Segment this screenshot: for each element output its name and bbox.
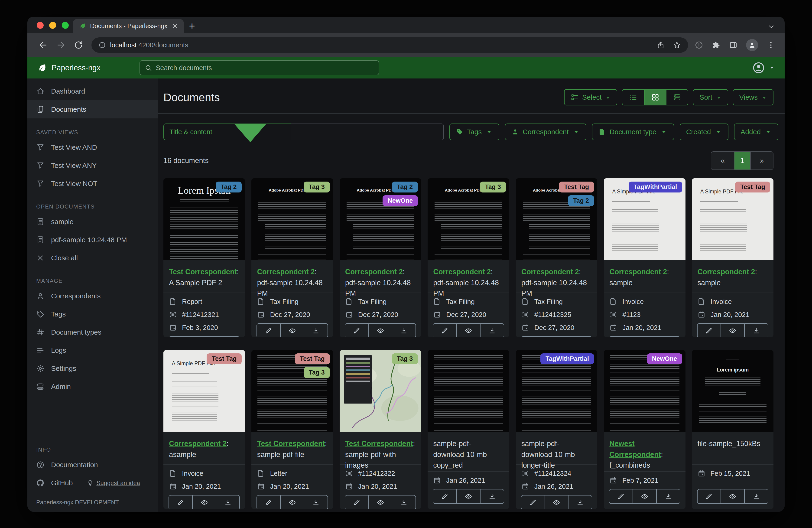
side-panel-icon[interactable] [729, 41, 738, 49]
zoom-window-button[interactable] [62, 22, 69, 29]
sidebar-item-admin[interactable]: Admin [27, 377, 158, 396]
edit-document-button[interactable] [169, 337, 192, 337]
view-document-button[interactable] [192, 496, 216, 509]
tag-badge-newone[interactable]: NewOne [647, 353, 682, 364]
site-info-icon[interactable] [98, 41, 106, 49]
view-document-button[interactable] [721, 489, 744, 503]
view-list-button[interactable] [622, 90, 644, 105]
tag-badge-tag-3[interactable]: Tag 3 [304, 182, 330, 192]
edit-document-button[interactable] [257, 324, 280, 337]
view-document-button[interactable] [633, 489, 656, 503]
address-bar[interactable]: localhost:4200/documents [91, 38, 688, 53]
tag-badge-test-tag[interactable]: Test Tag [559, 182, 594, 192]
view-document-button[interactable] [368, 324, 392, 337]
bookmark-star-icon[interactable] [673, 41, 681, 49]
tag-badge-tagwithpartial[interactable]: TagWithPartial [628, 182, 682, 192]
download-document-button[interactable] [480, 489, 504, 503]
correspondent-link[interactable]: Test Correspondent [345, 440, 413, 448]
correspondent-link[interactable]: Correspondent 2 [257, 268, 315, 276]
filter-created-button[interactable]: Created [680, 124, 729, 140]
filter-tags-button[interactable]: Tags [449, 124, 499, 140]
minimize-window-button[interactable] [49, 22, 56, 29]
document-card[interactable]: sample-pdf-download-10-mb copy_redJan 26… [427, 350, 509, 509]
tag-badge-tag-2[interactable]: Tag 2 [392, 182, 418, 192]
back-icon[interactable] [38, 40, 48, 50]
sidebar-item-documents[interactable]: Documents [27, 100, 158, 118]
correspondent-link[interactable]: Correspondent 2 [609, 268, 667, 276]
sidebar-item-close-all[interactable]: Close all [27, 249, 158, 267]
sidebar-item-github[interactable]: GitHubSuggest an idea [27, 474, 158, 492]
document-card[interactable]: Adobe Acrobat PDF FilesTag 3Corresponden… [251, 178, 333, 337]
extension-badge-icon[interactable] [695, 41, 704, 49]
sort-button[interactable]: Sort [693, 89, 728, 105]
document-card[interactable]: Test TagTag 3Test Correspondent: sample-… [251, 350, 333, 509]
correspondent-link[interactable]: Correspondent 2 [345, 268, 403, 276]
sidebar-item-sample[interactable]: sample [27, 213, 158, 231]
tag-badge-newone[interactable]: NewOne [382, 195, 418, 206]
document-card[interactable]: Lorem ipsumfile-sample_150kBsFeb 15, 202… [692, 350, 773, 509]
edit-document-button[interactable] [433, 489, 456, 503]
filter-text-input[interactable] [291, 124, 444, 140]
correspondent-link[interactable]: Test Correspondent [257, 440, 325, 448]
document-card[interactable]: Adobe Acrobat PDF FilesTest TagTag 2Corr… [516, 178, 597, 337]
edit-document-button[interactable] [609, 337, 633, 337]
view-document-button[interactable] [721, 324, 744, 337]
filter-document-type-button[interactable]: Document type [592, 124, 674, 140]
document-card[interactable]: A Simple PDF FileTagWithPartialCorrespon… [604, 178, 685, 337]
correspondent-link[interactable]: Test Correspondent [169, 268, 237, 276]
view-document-button[interactable] [368, 496, 392, 509]
document-card[interactable]: NewOneNewest Correspondent: f_combinedsF… [604, 350, 685, 509]
extensions-puzzle-icon[interactable] [712, 41, 721, 49]
download-document-button[interactable] [304, 496, 328, 509]
download-document-button[interactable] [744, 324, 768, 337]
tag-badge-tag-3[interactable]: Tag 3 [304, 367, 330, 378]
document-card[interactable]: A Simple PDF FileTest TagCorrespondent 2… [692, 178, 773, 337]
download-document-button[interactable] [216, 496, 240, 509]
download-document-button[interactable] [656, 337, 680, 337]
tag-badge-test-tag[interactable]: Test Tag [295, 353, 330, 364]
suggest-an-idea-link[interactable]: Suggest an idea [87, 480, 140, 487]
document-card[interactable]: Adobe Acrobat PDF FilesTag 3Corresponden… [427, 178, 509, 337]
document-card[interactable]: TagWithPartialsample-pdf-download-10-mb-… [516, 350, 597, 509]
pagination-next-button[interactable]: » [750, 152, 773, 170]
title-content-dropdown[interactable]: Title & content [163, 124, 291, 140]
sidebar-item-pdf-sample-10-24-48-pm[interactable]: pdf-sample 10.24.48 PM [27, 231, 158, 249]
edit-document-button[interactable] [345, 324, 368, 337]
reload-icon[interactable] [73, 40, 84, 50]
download-document-button[interactable] [744, 489, 768, 503]
tag-badge-tag-3[interactable]: Tag 3 [392, 353, 418, 364]
download-document-button[interactable] [568, 337, 592, 337]
view-document-button[interactable] [280, 324, 304, 337]
filter-correspondent-button[interactable]: Correspondent [505, 124, 586, 140]
correspondent-link[interactable]: Correspondent 2 [698, 268, 755, 276]
view-document-button[interactable] [545, 337, 568, 337]
views-button[interactable]: Views [733, 89, 773, 105]
edit-document-button[interactable] [698, 489, 721, 503]
correspondent-link[interactable]: Newest Correspondent [609, 440, 661, 459]
sidebar-item-test-view-any[interactable]: Test View ANY [27, 157, 158, 175]
browser-profile-avatar[interactable] [746, 39, 758, 51]
edit-document-button[interactable] [345, 496, 368, 509]
tag-badge-test-tag[interactable]: Test Tag [207, 353, 242, 364]
select-button[interactable]: Select [564, 89, 617, 105]
download-document-button[interactable] [304, 324, 328, 337]
sidebar-item-documentation[interactable]: Documentation [27, 456, 158, 474]
download-document-button[interactable] [392, 496, 416, 509]
sidebar-item-tags[interactable]: Tags [27, 305, 158, 323]
tag-badge-tag-2[interactable]: Tag 2 [568, 195, 594, 206]
tag-badge-tag-2[interactable]: Tag 2 [216, 182, 242, 192]
sidebar-item-test-view-and[interactable]: Test View AND [27, 138, 158, 157]
sidebar-item-logs[interactable]: Logs [27, 341, 158, 359]
tag-badge-test-tag[interactable]: Test Tag [735, 182, 770, 192]
sidebar-item-document-types[interactable]: Document types [27, 323, 158, 341]
pagination-prev-button[interactable]: « [711, 152, 734, 170]
view-document-button[interactable] [280, 496, 304, 509]
view-document-button[interactable] [192, 337, 216, 337]
view-grid-button[interactable] [644, 90, 666, 105]
document-card[interactable]: A Simple PDF FileTest TagCorrespondent 2… [163, 350, 245, 509]
edit-document-button[interactable] [433, 324, 456, 337]
sidebar-item-dashboard[interactable]: Dashboard [27, 82, 158, 100]
filter-added-button[interactable]: Added [734, 124, 778, 140]
close-window-button[interactable] [37, 22, 44, 29]
document-card[interactable]: Lorem IpsumTag 2Test Correspondent: A Sa… [163, 178, 245, 337]
